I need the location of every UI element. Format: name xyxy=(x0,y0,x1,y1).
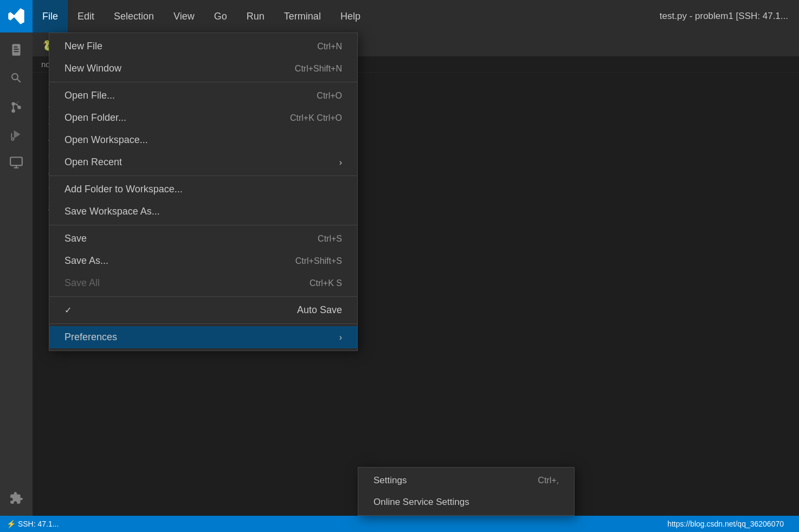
svg-rect-5 xyxy=(10,157,22,165)
status-bar: ⚡ SSH: 47.1... https://blog.csdn.net/qq_… xyxy=(0,516,799,532)
menu-edit[interactable]: Edit xyxy=(68,0,104,33)
menu-new-file-label: New File xyxy=(65,41,102,52)
menu-add-folder-label: Add Folder to Workspace... xyxy=(65,184,183,195)
menu-selection[interactable]: Selection xyxy=(104,0,164,33)
menu-save-as-shortcut: Ctrl+Shift+S xyxy=(295,256,342,266)
vscode-logo xyxy=(0,0,33,33)
menu-open-workspace-label: Open Workspace... xyxy=(65,134,148,146)
menu-save-all-shortcut: Ctrl+K S xyxy=(310,278,342,288)
menu-bar: File Edit Selection View Go Run Terminal… xyxy=(33,0,370,33)
activity-bar xyxy=(0,33,33,516)
menu-save-as[interactable]: Save As... Ctrl+Shift+S xyxy=(49,250,357,272)
menu-new-file-shortcut: Ctrl+N xyxy=(317,42,342,51)
menu-save-as-label: Save As... xyxy=(65,255,108,267)
preferences-submenu: Settings Ctrl+, Online Service Settings xyxy=(358,467,575,516)
run-debug-icon[interactable] xyxy=(4,122,28,146)
menu-section-save: Save Ctrl+S Save As... Ctrl+Shift+S Save… xyxy=(49,225,357,297)
menu-terminal[interactable]: Terminal xyxy=(274,0,331,33)
menu-open-file[interactable]: Open File... Ctrl+O xyxy=(49,85,357,107)
menu-save-workspace-as-label: Save Workspace As... xyxy=(65,206,160,217)
status-ssh: ⚡ SSH: 47.1... xyxy=(7,520,59,528)
menu-auto-save[interactable]: ✓ Auto Save xyxy=(49,299,357,321)
title-bar: File Edit Selection View Go Run Terminal… xyxy=(0,0,799,33)
menu-run[interactable]: Run xyxy=(237,0,274,33)
menu-go[interactable]: Go xyxy=(204,0,237,33)
preferences-chevron-right-icon: › xyxy=(339,333,342,342)
menu-section-workspace: Add Folder to Workspace... Save Workspac… xyxy=(49,176,357,225)
menu-settings-shortcut: Ctrl+, xyxy=(538,476,559,485)
status-right: https://blog.csdn.net/qq_36206070 xyxy=(667,520,792,528)
menu-view[interactable]: View xyxy=(164,0,204,33)
menu-new-file[interactable]: New File Ctrl+N xyxy=(49,35,357,57)
menu-help[interactable]: Help xyxy=(331,0,370,33)
menu-section-autosave: ✓ Auto Save xyxy=(49,297,357,324)
chevron-right-icon: › xyxy=(339,158,342,167)
menu-new-window-shortcut: Ctrl+Shift+N xyxy=(295,64,342,74)
menu-section-open: Open File... Ctrl+O Open Folder... Ctrl+… xyxy=(49,82,357,176)
file-dropdown-menu: New File Ctrl+N New Window Ctrl+Shift+N … xyxy=(49,33,358,351)
menu-auto-save-label: Auto Save xyxy=(297,304,342,316)
svg-point-4 xyxy=(11,138,14,140)
source-control-icon[interactable] xyxy=(4,94,28,118)
menu-save-all: Save All Ctrl+K S xyxy=(49,272,357,294)
preferences-submenu-section: Settings Ctrl+, Online Service Settings xyxy=(358,468,574,515)
checkmark-icon: ✓ xyxy=(65,305,72,315)
search-icon[interactable] xyxy=(4,66,28,90)
menu-open-folder-shortcut: Ctrl+K Ctrl+O xyxy=(290,113,342,123)
remote-explorer-icon[interactable] xyxy=(4,151,28,174)
menu-section-preferences: Preferences › xyxy=(49,324,357,351)
menu-preferences-label: Preferences xyxy=(65,332,117,343)
menu-save-workspace-as[interactable]: Save Workspace As... xyxy=(49,200,357,223)
menu-preferences[interactable]: Preferences › xyxy=(49,326,357,348)
menu-open-file-shortcut: Ctrl+O xyxy=(317,91,342,101)
menu-online-service-settings[interactable]: Online Service Settings xyxy=(358,491,574,513)
menu-new-window-label: New Window xyxy=(65,63,121,74)
menu-open-recent-label: Open Recent xyxy=(65,157,122,168)
menu-open-recent[interactable]: Open Recent › xyxy=(49,151,357,173)
menu-settings-label: Settings xyxy=(373,475,407,486)
menu-save-all-label: Save All xyxy=(65,277,100,289)
menu-open-workspace[interactable]: Open Workspace... xyxy=(49,129,357,151)
menu-open-folder-label: Open Folder... xyxy=(65,112,126,124)
menu-save-shortcut: Ctrl+S xyxy=(318,234,342,244)
window-title: test.py - problem1 [SSH: 47.1... xyxy=(660,11,788,22)
menu-open-file-label: Open File... xyxy=(65,90,115,101)
menu-save-label: Save xyxy=(65,233,87,244)
menu-add-folder[interactable]: Add Folder to Workspace... xyxy=(49,178,357,200)
menu-online-service-settings-label: Online Service Settings xyxy=(373,497,469,508)
status-url: https://blog.csdn.net/qq_36206070 xyxy=(667,520,784,528)
menu-section-new: New File Ctrl+N New Window Ctrl+Shift+N xyxy=(49,33,357,82)
menu-new-window[interactable]: New Window Ctrl+Shift+N xyxy=(49,57,357,80)
menu-save[interactable]: Save Ctrl+S xyxy=(49,228,357,250)
files-icon[interactable] xyxy=(4,38,28,62)
menu-file[interactable]: File xyxy=(33,0,68,33)
menu-settings[interactable]: Settings Ctrl+, xyxy=(358,470,574,491)
menu-open-folder[interactable]: Open Folder... Ctrl+K Ctrl+O xyxy=(49,107,357,129)
extensions-icon[interactable] xyxy=(4,486,28,510)
